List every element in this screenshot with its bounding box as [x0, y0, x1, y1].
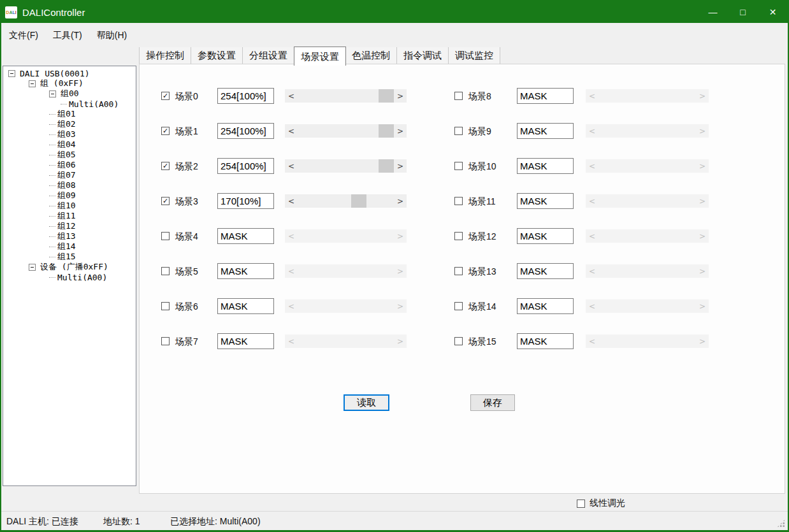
menu-file[interactable]: 文件(F) — [2, 27, 45, 43]
scene-value-input[interactable] — [517, 88, 574, 104]
tree-expand-icon[interactable] — [29, 80, 36, 87]
tree-item[interactable]: 组09 — [3, 191, 136, 201]
scene-checkbox[interactable]: ✓ — [161, 197, 170, 205]
scene-value-input[interactable] — [517, 298, 574, 314]
scene-level-scrollbar: <> — [586, 229, 709, 243]
tree-item[interactable]: DALI USB(0001) — [3, 68, 136, 78]
tree-item[interactable]: 组03 — [3, 129, 136, 140]
scene-value-input[interactable] — [217, 158, 274, 174]
tab-0[interactable]: 操作控制 — [139, 47, 191, 64]
scene-value-input[interactable] — [517, 263, 574, 279]
scroll-left-icon: < — [586, 159, 598, 173]
tree-expand-icon[interactable] — [49, 90, 56, 97]
tree-item[interactable]: 设备 (广播0xFF) — [3, 262, 136, 272]
tree-item[interactable]: 组14 — [3, 241, 136, 252]
scene-value-input[interactable] — [217, 298, 274, 314]
tree-item[interactable]: 组06 — [3, 160, 136, 170]
scroll-right-icon[interactable]: > — [394, 159, 407, 173]
scene-checkbox[interactable] — [454, 197, 463, 205]
tree-item[interactable]: 组04 — [3, 140, 136, 150]
scene-checkbox[interactable] — [454, 232, 463, 240]
scene-value-input[interactable] — [517, 158, 574, 174]
scene-row: 场景7<> — [161, 333, 407, 350]
scene-checkbox[interactable] — [454, 267, 463, 275]
tree-expand-icon[interactable] — [29, 264, 36, 271]
scene-value-input[interactable] — [217, 333, 274, 349]
scene-checkbox[interactable] — [454, 162, 463, 170]
tree-item[interactable]: 组15 — [3, 252, 136, 262]
tree-item[interactable]: 组 (0xFF) — [3, 78, 136, 89]
scene-value-input[interactable] — [517, 193, 574, 209]
tab-6[interactable]: 调试监控 — [449, 47, 500, 64]
scrollbar-thumb[interactable] — [351, 194, 366, 208]
tree-item[interactable]: 组07 — [3, 170, 136, 180]
scene-checkbox[interactable] — [161, 267, 170, 275]
tree-item[interactable]: 组10 — [3, 201, 136, 211]
scene-checkbox[interactable]: ✓ — [161, 162, 170, 170]
scene-checkbox[interactable] — [454, 302, 463, 310]
minimize-icon[interactable]: — — [698, 1, 728, 23]
tree-expand-icon[interactable] — [8, 70, 15, 77]
scene-level-scrollbar[interactable]: <> — [285, 194, 407, 208]
scene-checkbox[interactable] — [454, 127, 463, 135]
scene-value-input[interactable] — [517, 123, 574, 139]
scene-row: 场景11<> — [454, 193, 709, 210]
save-button[interactable]: 保存 — [470, 394, 515, 411]
scroll-left-icon[interactable]: < — [285, 89, 298, 103]
tree-item[interactable]: Multi(A00) — [3, 99, 136, 109]
scene-value-input[interactable] — [217, 228, 274, 244]
tree-connector-icon — [49, 226, 55, 227]
tree-item[interactable]: 组08 — [3, 180, 136, 191]
linear-dimming-checkbox[interactable] — [577, 500, 585, 508]
tree-item[interactable]: 组13 — [3, 231, 136, 241]
scene-value-input[interactable] — [217, 263, 274, 279]
scroll-right-icon: > — [394, 299, 407, 313]
scene-value-input[interactable] — [217, 88, 274, 104]
scroll-right-icon[interactable]: > — [394, 89, 407, 103]
scene-checkbox[interactable] — [454, 337, 463, 345]
scene-level-scrollbar[interactable]: <> — [285, 159, 407, 173]
scene-value-input[interactable] — [217, 193, 274, 209]
scene-checkbox[interactable]: ✓ — [161, 127, 170, 135]
close-icon[interactable]: ✕ — [758, 1, 788, 23]
status-selected-address: 已选择地址: Multi(A00) — [170, 512, 261, 531]
scene-value-input[interactable] — [517, 228, 574, 244]
tree-item[interactable]: 组01 — [3, 109, 136, 119]
scene-level-scrollbar[interactable]: <> — [285, 89, 407, 103]
scene-label: 场景14 — [468, 298, 496, 315]
tab-5[interactable]: 指令调试 — [397, 47, 449, 64]
scrollbar-thumb[interactable] — [379, 159, 394, 173]
scene-checkbox[interactable] — [161, 232, 170, 240]
tree-item[interactable]: Multi(A00) — [3, 272, 136, 282]
scroll-left-icon[interactable]: < — [285, 159, 298, 173]
scene-checkbox[interactable] — [161, 302, 170, 310]
tab-4[interactable]: 色温控制 — [345, 47, 397, 64]
scene-checkbox[interactable]: ✓ — [161, 92, 170, 100]
scene-value-input[interactable] — [517, 333, 574, 349]
tab-3[interactable]: 场景设置 — [294, 47, 346, 66]
tab-1[interactable]: 参数设置 — [191, 47, 243, 64]
scene-level-scrollbar[interactable]: <> — [285, 124, 407, 138]
scroll-left-icon[interactable]: < — [285, 194, 298, 208]
tree-item[interactable]: 组02 — [3, 119, 136, 129]
scene-checkbox[interactable] — [454, 92, 463, 100]
scene-label: 场景1 — [175, 123, 198, 140]
scroll-left-icon[interactable]: < — [285, 124, 298, 138]
tab-2[interactable]: 分组设置 — [243, 47, 294, 64]
scene-checkbox[interactable] — [161, 337, 170, 345]
tree-item[interactable]: 组00 — [3, 89, 136, 99]
read-button[interactable]: 读取 — [344, 394, 389, 411]
tree-item[interactable]: 组12 — [3, 221, 136, 231]
resize-grip-icon[interactable] — [777, 519, 785, 528]
scene-value-input[interactable] — [217, 123, 274, 139]
scrollbar-thumb[interactable] — [379, 89, 394, 103]
tree-item[interactable]: 组05 — [3, 150, 136, 160]
scroll-right-icon[interactable]: > — [394, 194, 407, 208]
tree-item[interactable]: 组11 — [3, 211, 136, 221]
menu-tools[interactable]: 工具(T) — [46, 27, 89, 43]
scroll-right-icon[interactable]: > — [394, 124, 407, 138]
scrollbar-thumb[interactable] — [379, 124, 394, 138]
maximize-icon[interactable]: □ — [728, 1, 758, 23]
menu-help[interactable]: 帮助(H) — [90, 27, 134, 43]
scene-row: ✓场景3<> — [161, 193, 407, 210]
